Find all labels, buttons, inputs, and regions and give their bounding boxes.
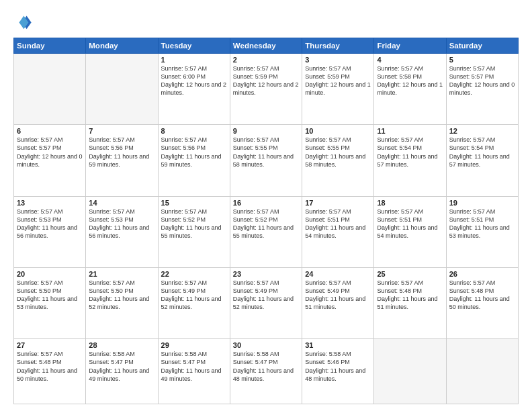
day-number: 9 [233,127,299,135]
calendar-day-cell: 27Sunrise: 5:57 AMSunset: 5:48 PMDayligh… [14,339,86,404]
calendar-day-cell: 10Sunrise: 5:57 AMSunset: 5:55 PMDayligh… [302,125,374,196]
day-info: Sunrise: 5:58 AMSunset: 5:47 PMDaylight:… [233,350,299,383]
calendar-day-cell: 31Sunrise: 5:58 AMSunset: 5:46 PMDayligh… [302,339,374,404]
day-info: Sunrise: 5:57 AMSunset: 5:50 PMDaylight:… [89,279,154,312]
day-info: Sunrise: 5:58 AMSunset: 5:47 PMDaylight:… [89,350,154,383]
day-info: Sunrise: 5:58 AMSunset: 5:47 PMDaylight:… [161,350,227,383]
calendar-day-cell: 13Sunrise: 5:57 AMSunset: 5:53 PMDayligh… [14,196,86,267]
day-info: Sunrise: 5:57 AMSunset: 5:55 PMDaylight:… [305,136,371,169]
day-info: Sunrise: 5:57 AMSunset: 5:50 PMDaylight:… [17,279,83,312]
day-info: Sunrise: 5:57 AMSunset: 5:48 PMDaylight:… [377,279,443,312]
day-info: Sunrise: 5:58 AMSunset: 5:46 PMDaylight:… [305,350,371,383]
day-number: 6 [17,127,83,135]
calendar-day-cell [86,54,158,125]
calendar-day-cell: 15Sunrise: 5:57 AMSunset: 5:52 PMDayligh… [158,196,230,267]
day-number: 23 [233,270,299,278]
day-info: Sunrise: 5:57 AMSunset: 5:51 PMDaylight:… [305,208,371,240]
calendar-day-cell: 16Sunrise: 5:57 AMSunset: 5:52 PMDayligh… [230,196,302,267]
calendar-day-cell: 4Sunrise: 5:57 AMSunset: 5:58 PMDaylight… [374,54,446,125]
calendar-day-cell: 17Sunrise: 5:57 AMSunset: 5:51 PMDayligh… [302,196,374,267]
day-number: 2 [233,56,299,64]
day-of-week-header: Sunday [14,38,86,54]
calendar-day-cell: 9Sunrise: 5:57 AMSunset: 5:55 PMDaylight… [230,125,302,196]
day-info: Sunrise: 5:57 AMSunset: 5:51 PMDaylight:… [449,208,515,240]
calendar-day-cell: 11Sunrise: 5:57 AMSunset: 5:54 PMDayligh… [374,125,446,196]
calendar-day-cell: 18Sunrise: 5:57 AMSunset: 5:51 PMDayligh… [374,196,446,267]
day-info: Sunrise: 5:57 AMSunset: 5:51 PMDaylight:… [377,208,443,240]
day-number: 10 [305,127,371,135]
calendar-week-row: 27Sunrise: 5:57 AMSunset: 5:48 PMDayligh… [14,339,519,404]
calendar-day-cell: 5Sunrise: 5:57 AMSunset: 5:57 PMDaylight… [446,54,518,125]
calendar-day-cell [446,339,518,404]
calendar-week-row: 20Sunrise: 5:57 AMSunset: 5:50 PMDayligh… [14,267,519,338]
day-info: Sunrise: 5:57 AMSunset: 5:59 PMDaylight:… [305,64,371,97]
calendar-table: SundayMondayTuesdayWednesdayThursdayFrid… [13,38,519,404]
day-number: 28 [89,341,154,349]
calendar-day-cell: 25Sunrise: 5:57 AMSunset: 5:48 PMDayligh… [374,267,446,338]
day-info: Sunrise: 5:57 AMSunset: 5:56 PMDaylight:… [161,136,227,169]
day-number: 19 [449,199,515,207]
day-number: 3 [305,56,371,64]
day-info: Sunrise: 5:57 AMSunset: 5:49 PMDaylight:… [305,279,371,312]
calendar-day-cell: 23Sunrise: 5:57 AMSunset: 5:49 PMDayligh… [230,267,302,338]
calendar-day-cell: 8Sunrise: 5:57 AMSunset: 5:56 PMDaylight… [158,125,230,196]
day-number: 15 [161,199,227,207]
day-info: Sunrise: 5:57 AMSunset: 6:00 PMDaylight:… [161,64,227,97]
calendar-day-cell: 21Sunrise: 5:57 AMSunset: 5:50 PMDayligh… [86,267,158,338]
calendar-day-cell: 30Sunrise: 5:58 AMSunset: 5:47 PMDayligh… [230,339,302,404]
calendar-week-row: 6Sunrise: 5:57 AMSunset: 5:57 PMDaylight… [14,125,519,196]
day-number: 18 [377,199,443,207]
day-number: 4 [377,56,443,64]
day-info: Sunrise: 5:57 AMSunset: 5:57 PMDaylight:… [449,64,515,97]
day-info: Sunrise: 5:57 AMSunset: 5:48 PMDaylight:… [17,350,83,383]
day-of-week-header: Tuesday [158,38,230,54]
day-number: 12 [449,127,515,135]
day-number: 1 [161,56,227,64]
day-info: Sunrise: 5:57 AMSunset: 5:49 PMDaylight:… [233,279,299,312]
calendar-day-cell: 19Sunrise: 5:57 AMSunset: 5:51 PMDayligh… [446,196,518,267]
day-number: 29 [161,341,227,349]
calendar-day-cell: 20Sunrise: 5:57 AMSunset: 5:50 PMDayligh… [14,267,86,338]
day-number: 17 [305,199,371,207]
day-info: Sunrise: 5:57 AMSunset: 5:54 PMDaylight:… [449,136,515,169]
day-number: 21 [89,270,154,278]
day-info: Sunrise: 5:57 AMSunset: 5:53 PMDaylight:… [89,208,154,240]
calendar-day-cell [14,54,86,125]
day-info: Sunrise: 5:57 AMSunset: 5:59 PMDaylight:… [233,64,299,97]
day-info: Sunrise: 5:57 AMSunset: 5:57 PMDaylight:… [17,136,83,169]
day-info: Sunrise: 5:57 AMSunset: 5:52 PMDaylight:… [233,208,299,240]
logo-icon [13,12,32,31]
calendar-day-cell [374,339,446,404]
day-number: 25 [377,270,443,278]
day-info: Sunrise: 5:57 AMSunset: 5:48 PMDaylight:… [449,279,515,312]
calendar-day-cell: 26Sunrise: 5:57 AMSunset: 5:48 PMDayligh… [446,267,518,338]
day-info: Sunrise: 5:57 AMSunset: 5:49 PMDaylight:… [161,279,227,312]
day-of-week-header: Saturday [446,38,518,54]
day-number: 16 [233,199,299,207]
day-number: 14 [89,199,154,207]
calendar-day-cell: 29Sunrise: 5:58 AMSunset: 5:47 PMDayligh… [158,339,230,404]
calendar-day-cell: 3Sunrise: 5:57 AMSunset: 5:59 PMDaylight… [302,54,374,125]
calendar-day-cell: 22Sunrise: 5:57 AMSunset: 5:49 PMDayligh… [158,267,230,338]
calendar-header-row: SundayMondayTuesdayWednesdayThursdayFrid… [14,38,519,54]
calendar-week-row: 13Sunrise: 5:57 AMSunset: 5:53 PMDayligh… [14,196,519,267]
page: SundayMondayTuesdayWednesdayThursdayFrid… [0,0,532,411]
day-info: Sunrise: 5:57 AMSunset: 5:53 PMDaylight:… [17,208,83,240]
day-of-week-header: Thursday [302,38,374,54]
day-of-week-header: Monday [86,38,158,54]
day-of-week-header: Friday [374,38,446,54]
calendar-day-cell: 28Sunrise: 5:58 AMSunset: 5:47 PMDayligh… [86,339,158,404]
day-number: 27 [17,341,83,349]
day-number: 20 [17,270,83,278]
day-of-week-header: Wednesday [230,38,302,54]
header [13,12,519,31]
day-info: Sunrise: 5:57 AMSunset: 5:52 PMDaylight:… [161,208,227,240]
day-number: 30 [233,341,299,349]
calendar-day-cell: 12Sunrise: 5:57 AMSunset: 5:54 PMDayligh… [446,125,518,196]
calendar-day-cell: 24Sunrise: 5:57 AMSunset: 5:49 PMDayligh… [302,267,374,338]
day-number: 22 [161,270,227,278]
calendar-week-row: 1Sunrise: 5:57 AMSunset: 6:00 PMDaylight… [14,54,519,125]
calendar-day-cell: 2Sunrise: 5:57 AMSunset: 5:59 PMDaylight… [230,54,302,125]
calendar-day-cell: 7Sunrise: 5:57 AMSunset: 5:56 PMDaylight… [86,125,158,196]
day-number: 13 [17,199,83,207]
